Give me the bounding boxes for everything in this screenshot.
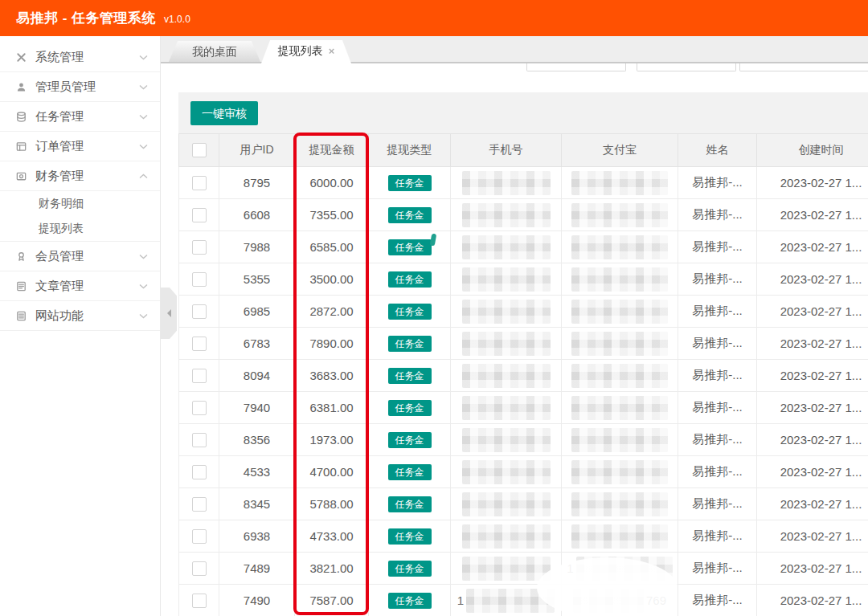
chevron-left-icon xyxy=(163,309,171,317)
column-header: 提现类型 xyxy=(369,134,451,167)
select-all-checkbox[interactable] xyxy=(192,143,207,157)
tab-bar: 我的桌面提现列表× xyxy=(161,36,868,63)
sidebar: 系统管理管理员管理任务管理订单管理财务管理财务明细提现列表会员管理文章管理网站功… xyxy=(0,36,161,616)
table-row: 66087355.00任务金易推邦-...2023-02-27 1... xyxy=(179,199,868,231)
alipay-cell xyxy=(562,167,678,199)
alipay-censor-mosaic xyxy=(571,364,668,388)
row-checkbox[interactable] xyxy=(192,401,207,415)
phone-censor-mosaic xyxy=(462,460,551,484)
sidebar-item-1[interactable]: 系统管理 xyxy=(0,43,160,72)
alipay-fragment: 769 xyxy=(646,594,666,607)
alipay-censor-mosaic xyxy=(571,492,668,516)
phone-cell xyxy=(451,553,562,585)
tab-1[interactable]: 我的桌面 xyxy=(169,41,260,62)
row-checkbox[interactable] xyxy=(192,337,207,351)
clipped-filter-input-2[interactable] xyxy=(637,63,736,71)
alipay-censor-mosaic xyxy=(571,396,668,420)
alipay-censor-mosaic xyxy=(571,203,668,227)
sidebar-item-label: 财务管理 xyxy=(35,169,139,184)
clipped-filter-input-1[interactable] xyxy=(526,63,626,71)
batch-audit-button[interactable]: 一键审核 xyxy=(190,101,258,125)
chevron-up-icon xyxy=(139,173,149,179)
phone-censor-mosaic xyxy=(462,364,551,388)
type-badge: 任务金 xyxy=(388,368,432,384)
chevron-down-icon xyxy=(139,144,149,149)
row-checkbox[interactable] xyxy=(192,465,207,479)
phone-censor-mosaic xyxy=(462,428,551,452)
row-checkbox[interactable] xyxy=(192,561,207,576)
phone-fragment: 1 xyxy=(457,594,464,607)
row-checkbox[interactable] xyxy=(192,272,207,287)
alipay-cell xyxy=(562,360,678,392)
type-cell: 任务金 xyxy=(369,167,451,199)
sidebar-subitem-2[interactable]: 提现列表 xyxy=(0,216,160,241)
alipay-cell xyxy=(562,263,678,296)
phone-cell xyxy=(451,199,562,231)
type-badge: 任务金 xyxy=(388,304,432,320)
row-checkbox[interactable] xyxy=(192,529,207,544)
phone-censor-mosaic xyxy=(462,524,551,549)
column-header: 创建时间 xyxy=(757,134,868,167)
row-checkbox[interactable] xyxy=(192,176,207,190)
type-badge: 任务金 xyxy=(388,464,432,480)
tab-close-icon[interactable]: × xyxy=(329,45,335,57)
phone-cell xyxy=(451,424,562,456)
alipay-cell xyxy=(562,231,678,263)
sidebar-item-7[interactable]: 文章管理 xyxy=(0,271,160,301)
row-select-cell xyxy=(179,231,219,263)
row-checkbox[interactable] xyxy=(192,433,207,447)
type-badge: 任务金 xyxy=(388,528,432,545)
clipped-filter-input-3[interactable] xyxy=(739,63,868,71)
type-badge: 任务金 xyxy=(388,271,432,288)
user-id-cell: 7490 xyxy=(219,585,295,616)
phone-cell xyxy=(451,263,562,296)
table-row: 67837890.00任务金易推邦-...2023-02-27 1... xyxy=(179,328,868,360)
name-cell: 易推邦-... xyxy=(678,456,757,488)
member-badge-icon xyxy=(14,250,27,263)
alipay-cell xyxy=(562,328,678,360)
row-checkbox[interactable] xyxy=(192,594,207,608)
created-time-cell: 2023-02-27 1... xyxy=(757,199,868,231)
alipay-cell xyxy=(562,424,678,456)
sidebar-item-8[interactable]: 网站功能 xyxy=(0,301,160,331)
phone-cell xyxy=(451,328,562,360)
phone-cell xyxy=(451,167,562,199)
type-cell: 任务金 xyxy=(369,231,451,263)
phone-cell xyxy=(451,296,562,328)
sidebar-subitem-1[interactable]: 财务明细 xyxy=(0,191,160,216)
row-select-cell xyxy=(179,199,219,231)
sidebar-item-4[interactable]: 订单管理 xyxy=(0,132,160,161)
amount-cell: 5788.00 xyxy=(295,488,369,520)
name-cell: 易推邦-... xyxy=(678,167,757,199)
alipay-censor-mosaic xyxy=(576,557,673,581)
sidebar-item-3[interactable]: 任务管理 xyxy=(0,102,160,132)
alipay-cell xyxy=(562,488,678,520)
table-row: 69852872.00任务金易推邦-...2023-02-27 1... xyxy=(179,296,868,328)
row-checkbox[interactable] xyxy=(192,304,207,319)
alipay-cell xyxy=(562,199,678,231)
sidebar-item-2[interactable]: 管理员管理 xyxy=(0,72,160,102)
name-cell: 易推邦-... xyxy=(678,328,757,360)
sidebar-item-5[interactable]: 财务管理 xyxy=(0,161,160,191)
amount-cell: 6381.00 xyxy=(295,392,369,424)
phone-censor-mosaic xyxy=(462,267,551,292)
name-cell: 易推邦-... xyxy=(678,585,757,616)
tab-2[interactable]: 提现列表× xyxy=(261,40,351,63)
sidebar-item-label: 管理员管理 xyxy=(35,80,139,95)
admin-user-icon xyxy=(14,80,27,93)
row-checkbox[interactable] xyxy=(192,369,207,383)
amount-cell: 6585.00 xyxy=(295,231,369,263)
row-checkbox[interactable] xyxy=(192,240,207,255)
sidebar-collapse-handle[interactable] xyxy=(161,288,177,339)
alipay-censor-mosaic xyxy=(573,589,644,613)
alipay-censor-mosaic xyxy=(571,171,668,195)
user-id-cell: 4533 xyxy=(219,456,295,488)
row-select-cell xyxy=(179,520,219,553)
row-checkbox[interactable] xyxy=(192,208,207,222)
chevron-down-icon xyxy=(139,84,149,90)
alipay-censor-mosaic xyxy=(571,460,668,484)
row-checkbox[interactable] xyxy=(192,497,207,512)
sidebar-item-6[interactable]: 会员管理 xyxy=(0,242,160,271)
phone-cell xyxy=(451,360,562,392)
table-row: 83455788.00任务金易推邦-...2023-02-27 1... xyxy=(179,488,868,520)
